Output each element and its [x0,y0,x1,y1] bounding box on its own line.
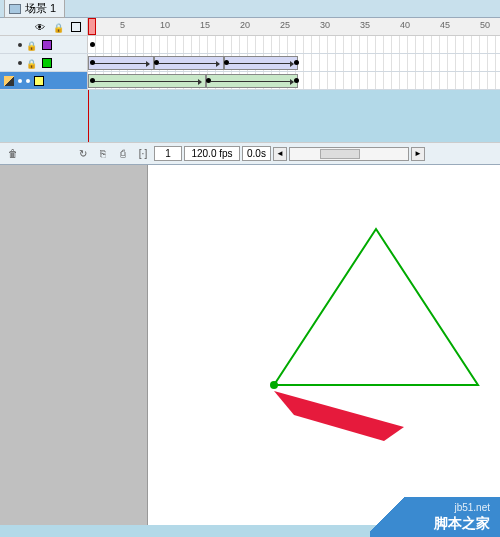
layer-color-swatch[interactable] [42,40,52,50]
pencil-icon [4,76,14,86]
tick: 15 [200,20,210,30]
scroll-right-button[interactable]: ► [411,147,425,161]
scene-tab-bar: 场景 1 [0,0,500,18]
motion-tween[interactable] [154,56,224,70]
keyframe[interactable] [294,78,299,83]
edit-markers-icon[interactable]: [·] [134,145,152,163]
scene-tab[interactable]: 场景 1 [4,0,65,18]
tick: 5 [120,20,125,30]
scroll-left-button[interactable]: ◄ [273,147,287,161]
timeline-scrollbar: ◄ ► [273,147,425,161]
fps-field[interactable]: 120.0 fps [184,146,240,161]
layer-row-1[interactable] [0,36,500,54]
layer-visible-dot[interactable] [18,61,22,65]
layer-frames[interactable] [88,54,500,71]
tick: 35 [360,20,370,30]
scene-label: 场景 1 [25,1,56,16]
keyframe[interactable] [154,60,159,65]
svg-marker-1 [274,391,404,441]
keyframe[interactable] [294,60,299,65]
svg-marker-0 [274,229,478,385]
layer-visible-dot[interactable] [18,79,22,83]
keyframe[interactable] [206,78,211,83]
tick: 50 [480,20,490,30]
keyframe[interactable] [224,60,229,65]
current-frame-field[interactable]: 1 [154,146,182,161]
scroll-track[interactable] [289,147,409,161]
onion-skin-icon[interactable]: ⎘ [94,145,112,163]
scroll-thumb[interactable] [320,149,360,159]
keyframe[interactable] [90,60,95,65]
keyframe[interactable] [90,42,95,47]
timeline-ruler-row: 5 10 15 20 25 30 35 40 45 50 [0,18,500,36]
tick: 40 [400,20,410,30]
pasteboard [0,165,148,525]
layer-frames[interactable] [88,36,500,53]
layer-lock-icon[interactable] [26,39,38,51]
tick: 20 [240,20,250,30]
timeline-empty-area [0,90,500,142]
layer-color-swatch[interactable] [34,76,44,86]
layer-lock-icon[interactable] [26,57,38,69]
loop-icon[interactable]: ↻ [74,145,92,163]
watermark-text: 脚本之家 [434,515,490,533]
motion-tween[interactable] [88,56,154,70]
shape-tween[interactable] [206,74,298,88]
frame-ruler[interactable]: 5 10 15 20 25 30 35 40 45 50 [88,18,500,35]
keyframe[interactable] [90,78,95,83]
triangle-shape[interactable] [268,225,488,395]
scene-icon [9,4,21,14]
tick: 30 [320,20,330,30]
outline-icon[interactable] [71,22,81,32]
tick: 10 [160,20,170,30]
trash-icon[interactable]: 🗑 [4,145,22,163]
motion-tween[interactable] [224,56,298,70]
layer-color-swatch[interactable] [42,58,52,68]
visibility-icon[interactable] [35,21,47,33]
layer-cell [0,72,88,89]
onion-skin-outline-icon[interactable]: ⎙ [114,145,132,163]
layer-header [0,18,88,35]
pen-tool-cursor [266,383,416,463]
layer-visible-dot[interactable] [18,43,22,47]
layer-cell [0,36,88,53]
playhead-line [88,90,89,142]
watermark-url: jb51.net [454,502,490,513]
lock-icon[interactable] [53,21,65,33]
layer-frames[interactable] [88,72,500,89]
layer-row-3[interactable] [0,72,500,90]
elapsed-time-field: 0.0s [242,146,271,161]
playhead[interactable] [88,18,96,35]
canvas-area [0,165,500,525]
layer-lock-dot[interactable] [26,79,30,83]
layer-cell [0,54,88,71]
tick: 25 [280,20,290,30]
timeline-panel: 5 10 15 20 25 30 35 40 45 50 [0,18,500,165]
layer-row-2[interactable] [0,54,500,72]
timeline-status-bar: 🗑 ↻ ⎘ ⎙ [·] 1 120.0 fps 0.0s ◄ ► [0,142,500,164]
tick: 45 [440,20,450,30]
shape-tween[interactable] [88,74,206,88]
stage[interactable] [148,165,500,525]
